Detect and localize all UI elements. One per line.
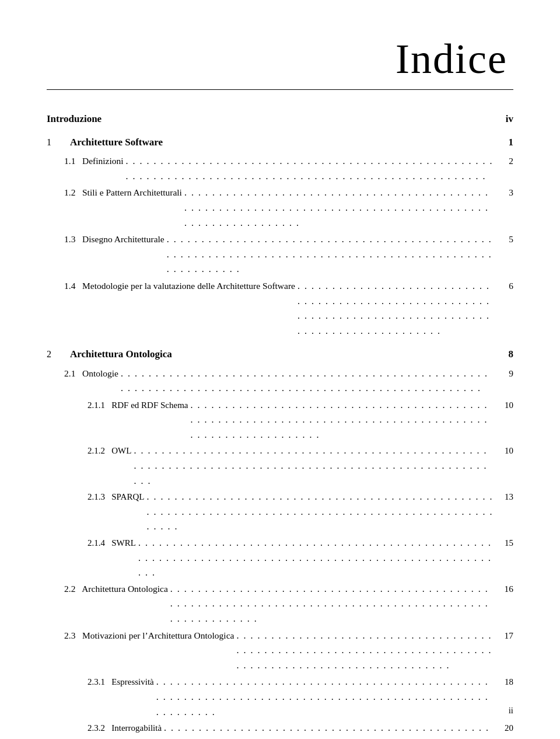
toc-container: Introduzione iv 1 Architetture Software … [47, 113, 513, 739]
toc-subsection-label: 2.1.4 SWRL [47, 536, 136, 550]
toc-chapter-num: 2 [47, 347, 64, 362]
toc-chapter-num: 1 [47, 135, 64, 150]
toc-subsection-page: 15 [496, 536, 513, 550]
toc-section-label: 1.3 Disegno Architetturale [47, 232, 164, 247]
toc-subsection-entry: 2.3.2 Interrogabilità . . . . . . . . . … [47, 720, 513, 739]
toc-section-page: 3 [496, 186, 513, 200]
toc-chapter-label: Architettura Ontologica [64, 346, 172, 362]
intro-label: Introduzione [47, 113, 102, 125]
toc-dots: . . . . . . . . . . . . . . . . . . . . … [134, 443, 494, 488]
toc-subsection-label: 2.3.1 Espressività [47, 675, 154, 689]
toc-dots: . . . . . . . . . . . . . . . . . . . . … [236, 628, 494, 673]
toc-dots: . . . . . . . . . . . . . . . . . . . . … [164, 720, 494, 739]
title-divider [47, 89, 513, 90]
toc-section-page: 16 [496, 582, 513, 597]
toc-subsection-entry: 2.1.4 SWRL . . . . . . . . . . . . . . .… [47, 535, 513, 580]
toc-subsection-entry: 2.1.3 SPARQL . . . . . . . . . . . . . .… [47, 489, 513, 534]
toc-section-entry: 1.2 Stili e Pattern Architetturali . . .… [47, 185, 513, 230]
toc-dots: . . . . . . . . . . . . . . . . . . . . … [191, 398, 494, 442]
bottom-page-number: ii [509, 706, 513, 716]
toc-dots: . . . . . . . . . . . . . . . . . . . . … [138, 535, 494, 580]
toc-chapter-label: Architetture Software [64, 134, 163, 150]
toc-subsection-page: 10 [496, 398, 513, 412]
toc-section-entry: 2.1 Ontologie . . . . . . . . . . . . . … [47, 366, 513, 396]
toc-subsection-label: 2.1.2 OWL [47, 444, 131, 458]
toc-body: 1 Architetture Software 1 1.1 Definizion… [47, 134, 513, 739]
toc-section-page: 5 [496, 232, 513, 247]
toc-section-label: 1.4 Metodologie per la valutazione delle… [47, 279, 295, 294]
toc-chapter-page: 1 [496, 134, 513, 150]
toc-subsection-entry: 2.1.2 OWL . . . . . . . . . . . . . . . … [47, 443, 513, 488]
toc-section-entry: 1.1 Definizioni . . . . . . . . . . . . … [47, 154, 513, 183]
toc-section-label: 1.1 Definizioni [47, 154, 124, 169]
toc-section-page: 2 [496, 154, 513, 169]
toc-section-entry: 1.3 Disegno Architetturale . . . . . . .… [47, 232, 513, 277]
toc-subsection-page: 10 [496, 444, 513, 458]
toc-intro-entry: Introduzione iv [47, 113, 513, 125]
toc-dots: . . . . . . . . . . . . . . . . . . . . … [121, 366, 494, 396]
toc-subsection-label: 2.1.1 RDF ed RDF Schema [47, 398, 188, 412]
toc-section-label: 2.3 Motivazioni per l’Architettura Ontol… [47, 629, 234, 643]
toc-section-page: 17 [496, 629, 513, 643]
toc-section-label: 1.2 Stili e Pattern Architetturali [47, 186, 182, 200]
toc-dots: . . . . . . . . . . . . . . . . . . . . … [156, 674, 494, 719]
toc-dots: . . . . . . . . . . . . . . . . . . . . … [298, 278, 494, 338]
toc-section-page: 6 [496, 279, 513, 294]
page-title: Indice [47, 35, 513, 83]
toc-subsection-label: 2.3.2 Interrogabilità [47, 721, 162, 735]
toc-subsection-label: 2.1.3 SPARQL [47, 490, 144, 504]
toc-dots: . . . . . . . . . . . . . . . . . . . . … [184, 185, 494, 230]
toc-dots: . . . . . . . . . . . . . . . . . . . . … [146, 489, 494, 534]
toc-subsection-page: 18 [496, 675, 513, 689]
toc-dots: . . . . . . . . . . . . . . . . . . . . … [167, 232, 494, 277]
intro-page: iv [506, 113, 513, 125]
toc-subsection-entry: 2.3.1 Espressività . . . . . . . . . . .… [47, 674, 513, 719]
toc-chapter-entry: 1 Architetture Software 1 [47, 134, 513, 150]
toc-section-page: 9 [496, 367, 513, 381]
toc-section-entry: 2.3 Motivazioni per l’Architettura Ontol… [47, 628, 513, 673]
toc-chapter-page: 8 [496, 346, 513, 362]
toc-subsection-page: 13 [496, 490, 513, 504]
toc-dots: . . . . . . . . . . . . . . . . . . . . … [170, 581, 494, 626]
toc-section-label: 2.2 Architettura Ontologica [47, 582, 168, 597]
toc-chapter-entry: 2 Architettura Ontologica 8 [47, 346, 513, 362]
toc-subsection-entry: 2.1.1 RDF ed RDF Schema . . . . . . . . … [47, 398, 513, 442]
toc-section-entry: 2.2 Architettura Ontologica . . . . . . … [47, 581, 513, 626]
toc-subsection-page: 20 [496, 721, 513, 735]
toc-section-label: 2.1 Ontologie [47, 367, 118, 381]
toc-dots: . . . . . . . . . . . . . . . . . . . . … [126, 154, 494, 183]
toc-section-entry: 1.4 Metodologie per la valutazione delle… [47, 278, 513, 338]
